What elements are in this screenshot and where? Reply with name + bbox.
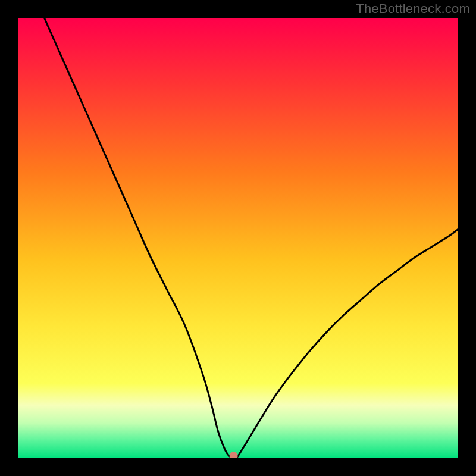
gradient-background [18, 18, 458, 458]
plot-area [18, 18, 458, 458]
watermark-text: TheBottleneck.com [356, 1, 470, 17]
chart-container: TheBottleneck.com [0, 0, 476, 476]
chart-svg [18, 18, 458, 458]
